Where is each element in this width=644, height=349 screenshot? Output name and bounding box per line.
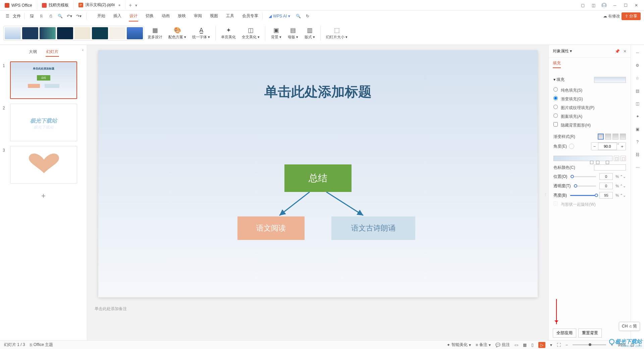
transparency-slider[interactable]	[574, 186, 596, 187]
tab-insert[interactable]: 插入	[113, 11, 122, 21]
angle-increment[interactable]: +	[619, 143, 626, 150]
shape-reading[interactable]: 语文阅读	[237, 216, 305, 240]
template-thumb[interactable]	[5, 27, 21, 39]
slideshow-button[interactable]: ▷	[538, 342, 545, 348]
close-icon[interactable]: ●	[118, 3, 120, 7]
theme-indicator[interactable]: ⎘ Office 主题	[30, 342, 53, 348]
wps-ai-button[interactable]: ◢ WPS AI ▾	[266, 14, 293, 18]
print-icon[interactable]: ⎙	[47, 12, 55, 20]
slide-thumb-3[interactable]	[10, 146, 77, 184]
more-icon[interactable]: ⋯	[634, 164, 641, 171]
vertical-scrollbar-handle[interactable]: ⋮	[544, 193, 547, 196]
template-thumb[interactable]	[74, 27, 91, 39]
menu-icon[interactable]: ☰	[3, 12, 11, 20]
angle-input[interactable]	[598, 143, 617, 150]
gradient-stop[interactable]	[606, 161, 609, 164]
smart-beautify-button[interactable]: ✦ 智能美化 ▾	[447, 342, 471, 348]
unify-font-button[interactable]: A̲ 统一字体 ▾	[190, 25, 213, 41]
gradient-style-2[interactable]	[605, 134, 611, 140]
slide-thumb-2[interactable]: 极光下载站 极光下载站	[10, 104, 77, 141]
fill-preview-swatch[interactable]	[594, 77, 626, 83]
tab-design[interactable]: 设计	[129, 11, 138, 21]
minimize-button[interactable]: ─	[612, 2, 618, 8]
tab-docer[interactable]: 找稻壳模板	[37, 1, 74, 10]
tab-document[interactable]: P 演示文稿(2).pptx ●	[74, 1, 126, 10]
maximize-button[interactable]: ☐	[623, 2, 629, 8]
save-icon[interactable]: 🖫	[28, 12, 36, 20]
gradient-stops-bar[interactable]	[553, 156, 612, 161]
brightness-slider[interactable]	[570, 195, 596, 196]
doc-beautify-button[interactable]: ◫ 全文美化 ▾	[239, 25, 262, 41]
tab-animation[interactable]: 动画	[161, 11, 170, 21]
shape-summary[interactable]: 总结	[284, 164, 352, 192]
shape-poetry[interactable]: 语文古诗朗诵	[331, 216, 415, 240]
reset-background-button[interactable]: 重置背景	[578, 329, 602, 338]
tab-transition[interactable]: 切换	[145, 11, 154, 21]
brightness-value[interactable]: 95	[599, 192, 613, 199]
slide-size-button[interactable]: ⬚ 幻灯片大小 ▾	[323, 25, 350, 41]
zoom-slider[interactable]	[573, 344, 606, 345]
undo-icon[interactable]: ↶▾	[65, 12, 73, 20]
slide-canvas[interactable]: 单击此处添加标题 总结 语文阅读 语文古诗朗诵	[98, 50, 538, 297]
gradient-style-3[interactable]	[612, 134, 619, 140]
template-thumb[interactable]	[109, 27, 125, 39]
color-scheme-button[interactable]: 🎨 配色方案 ▾	[166, 25, 189, 41]
add-stop-button[interactable]: ⬚	[614, 156, 619, 161]
close-panel-icon[interactable]: ✕	[623, 49, 627, 54]
notes-toggle[interactable]: ≡ 备注 ▾	[476, 342, 491, 348]
app-box-icon[interactable]: ▢	[580, 2, 586, 8]
image-tool-icon[interactable]: ◫	[634, 100, 641, 107]
collapse-icon[interactable]: ‹	[82, 48, 84, 52]
master-button[interactable]: ▤ 母版 ▾	[285, 25, 301, 41]
tab-view[interactable]: 视图	[209, 11, 219, 21]
position-slider[interactable]	[571, 176, 596, 177]
share-button[interactable]: ⇪ 分享	[622, 12, 641, 20]
settings-icon[interactable]: ⛓	[634, 151, 641, 158]
new-tab-button[interactable]: +	[126, 2, 135, 8]
has-changes-button[interactable]: ☁ 有修改	[603, 13, 620, 19]
add-slide-button[interactable]: +	[3, 188, 84, 204]
pin-icon[interactable]: 📌	[615, 49, 620, 54]
tab-wps-home[interactable]: WPS Office	[0, 1, 37, 10]
position-value[interactable]: 0	[599, 173, 613, 180]
collapse-right-icon[interactable]: ─	[634, 49, 641, 56]
close-button[interactable]: ✕	[633, 2, 639, 8]
slides-tab[interactable]: 幻灯片	[46, 48, 59, 57]
comments-toggle[interactable]: 💬 批注	[495, 342, 510, 348]
export-icon[interactable]: ⎘	[37, 12, 45, 20]
tab-list-dropdown[interactable]: ▾	[135, 3, 141, 8]
transparency-value[interactable]: 0	[599, 183, 613, 189]
angle-dial[interactable]	[569, 144, 574, 149]
adjust-icon[interactable]: ⚙	[634, 62, 641, 69]
fill-gradient-radio[interactable]: 渐变填充(G)	[553, 96, 583, 102]
help-icon[interactable]: ?	[634, 138, 641, 146]
cube-icon[interactable]: ◫	[590, 2, 596, 8]
angle-decrement[interactable]: −	[591, 143, 598, 150]
tab-review[interactable]: 审阅	[193, 11, 203, 21]
fill-section-header[interactable]: ▾ 填充	[553, 75, 565, 85]
gradient-style-linear[interactable]	[598, 134, 604, 140]
layers-icon[interactable]: ▤	[634, 87, 641, 95]
star-icon[interactable]: ☆	[634, 74, 641, 82]
search-icon[interactable]: 🔍	[294, 12, 302, 20]
ime-indicator[interactable]: CH ♫ 简	[619, 322, 640, 331]
apply-all-button[interactable]: 全部应用	[553, 329, 576, 338]
gradient-style-4[interactable]	[620, 134, 626, 140]
tab-start[interactable]: 开始	[97, 11, 106, 21]
tab-slideshow[interactable]: 放映	[177, 11, 186, 21]
template-thumb[interactable]	[57, 27, 73, 39]
fill-tab[interactable]: 填充	[553, 60, 561, 68]
zoom-out-button[interactable]: −	[566, 343, 568, 347]
notes-placeholder[interactable]: 单击此处添加备注	[87, 303, 548, 315]
tab-tools[interactable]: 工具	[225, 11, 235, 21]
gradient-stop[interactable]	[590, 161, 593, 164]
tab-member[interactable]: 会员专享	[241, 11, 259, 21]
view-normal-icon[interactable]: ▭	[515, 343, 518, 347]
template-thumb[interactable]	[92, 27, 108, 39]
page-beautify-button[interactable]: ✦ 单页美化	[218, 25, 238, 41]
file-menu[interactable]: 文件	[13, 13, 21, 19]
avatar-icon[interactable]	[601, 2, 607, 8]
slide-thumb-1[interactable]: 单击此处添加标题 总结	[10, 61, 77, 99]
fill-pattern-radio[interactable]: 图案填充(A)	[553, 113, 582, 119]
template-thumb[interactable]	[22, 27, 38, 39]
